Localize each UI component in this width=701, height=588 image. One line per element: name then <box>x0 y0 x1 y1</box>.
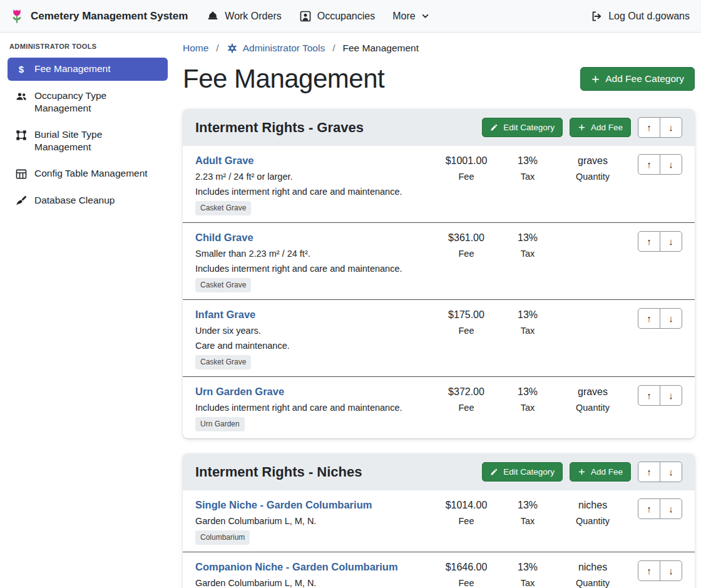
nav-work-orders[interactable]: Work Orders <box>207 10 281 23</box>
add-fee-label: Add Fee <box>591 123 623 132</box>
fee-name-link[interactable]: Adult Grave <box>195 154 427 167</box>
add-fee-button[interactable]: Add Fee <box>570 462 631 482</box>
move-fee-up-button[interactable]: ↑ <box>638 498 660 519</box>
fee-name-link[interactable]: Infant Grave <box>195 308 427 321</box>
fee-row: Urn Garden Grave Includes interment righ… <box>183 377 695 438</box>
sidebar-item-fee-management[interactable]: $ Fee Management <box>8 58 168 81</box>
quantity-column: graves Quantity <box>556 385 629 414</box>
fee-label: Fee <box>434 247 499 260</box>
dollar-icon: $ <box>15 63 28 76</box>
nav-more-label: More <box>392 11 415 22</box>
admin-sidebar: ADMINISTRATOR TOOLS $ Fee Management Occ… <box>0 33 175 216</box>
fee-amount: $1014.00 <box>434 498 499 512</box>
sidebar-item-label: Burial Site Type Management <box>34 128 160 153</box>
move-fee-up-button[interactable]: ↑ <box>638 560 660 581</box>
fee-description: Garden Columbarium L, M, N. <box>195 515 427 527</box>
main-content: Home / Administrator Tools / Fee Managem… <box>175 33 701 588</box>
breadcrumb-admin-tools-link[interactable]: Administrator Tools <box>227 43 325 54</box>
fee-category-card-niches: Interment Rights - Niches Edit Category … <box>183 453 695 588</box>
fee-amount-column: $1646.00 Fee <box>434 560 499 588</box>
breadcrumb-admin-tools-label: Administrator Tools <box>243 43 325 54</box>
edit-category-label: Edit Category <box>503 123 555 132</box>
navbar-links: Work Orders Occupancies More <box>207 10 429 23</box>
top-navbar: Cemetery Management System Work Orders <box>0 0 701 33</box>
move-fee-up-button[interactable]: ↑ <box>638 308 660 329</box>
fee-amount: $1001.00 <box>434 154 499 167</box>
fee-type-badge: Columbarium <box>195 530 250 545</box>
app-brand[interactable]: Cemetery Management System <box>9 8 188 24</box>
plus-icon <box>578 123 586 132</box>
move-fee-up-button[interactable]: ↑ <box>638 385 660 406</box>
quantity-label: Quantity <box>556 170 629 183</box>
page-header: Fee Management Add Fee Category <box>183 64 695 94</box>
move-fee-down-button[interactable]: ↓ <box>660 498 682 519</box>
fee-amount-column: $361.00 Fee <box>434 231 499 260</box>
fee-description: Includes interment right and care and ma… <box>195 401 427 414</box>
move-fee-down-button[interactable]: ↓ <box>660 385 682 406</box>
move-fee-down-button[interactable]: ↓ <box>660 560 682 581</box>
tax-value: 13% <box>499 154 556 167</box>
tax-column: 13% Tax <box>499 385 556 414</box>
sidebar-item-config-table[interactable]: Config Table Management <box>8 162 168 185</box>
category-reorder-buttons: ↑ ↓ <box>638 462 682 482</box>
add-fee-button[interactable]: Add Fee <box>570 118 631 137</box>
logout-icon <box>590 10 603 23</box>
table-icon <box>15 168 28 180</box>
category-title: Interment Rights - Graves <box>195 120 475 136</box>
fee-row: Companion Niche - Garden Columbarium Gar… <box>183 552 695 588</box>
people-icon <box>15 90 28 103</box>
move-category-up-button[interactable]: ↑ <box>638 462 660 482</box>
sidebar-item-burial-site-type[interactable]: Burial Site Type Management <box>8 123 168 158</box>
move-fee-down-button[interactable]: ↓ <box>660 154 682 175</box>
move-fee-down-button[interactable]: ↓ <box>660 231 682 252</box>
sidebar-item-occupancy-type[interactable]: Occupancy Type Management <box>8 85 168 120</box>
tax-column: 13% Tax <box>499 231 556 260</box>
fee-type-badge: Urn Garden <box>195 417 245 431</box>
move-fee-down-button[interactable]: ↓ <box>660 308 682 329</box>
tax-value: 13% <box>499 385 556 398</box>
tax-value: 13% <box>499 498 556 512</box>
fee-amount-column: $1014.00 Fee <box>434 498 499 527</box>
tax-column: 13% Tax <box>499 498 556 527</box>
quantity-column: niches Quantity <box>556 498 629 527</box>
sidebar-item-label: Occupancy Type Management <box>34 90 160 115</box>
breadcrumb: Home / Administrator Tools / Fee Managem… <box>183 33 695 54</box>
edit-category-button[interactable]: Edit Category <box>482 118 563 137</box>
tulip-logo-icon <box>9 8 25 24</box>
fee-name-link[interactable]: Child Grave <box>195 231 427 244</box>
fee-label: Fee <box>434 577 499 588</box>
fee-type-badge: Casket Grave <box>195 278 251 292</box>
nav-occupancies[interactable]: Occupancies <box>299 10 376 23</box>
quantity-label: Quantity <box>556 515 629 527</box>
vector-square-icon <box>15 129 28 142</box>
move-category-down-button[interactable]: ↓ <box>660 117 682 138</box>
sidebar-item-database-cleanup[interactable]: Database Cleanup <box>8 189 168 212</box>
fee-description: 2.23 m² / 24 ft² or larger. <box>195 170 427 183</box>
broom-icon <box>15 195 28 207</box>
nav-work-orders-label: Work Orders <box>225 11 281 22</box>
fee-name-link[interactable]: Companion Niche - Garden Columbarium <box>195 560 427 574</box>
fee-description: Smaller than 2.23 m² / 24 ft². <box>195 247 427 260</box>
quantity-label: Quantity <box>556 401 629 414</box>
tax-label: Tax <box>499 247 556 260</box>
plus-icon <box>578 468 586 476</box>
tax-label: Tax <box>499 515 556 527</box>
move-category-up-button[interactable]: ↑ <box>638 117 660 138</box>
move-fee-up-button[interactable]: ↑ <box>638 231 660 252</box>
fee-row: Child Grave Smaller than 2.23 m² / 24 ft… <box>183 223 695 300</box>
category-header: Interment Rights - Niches Edit Category … <box>183 453 695 490</box>
fee-amount-column: $372.00 Fee <box>434 385 499 414</box>
breadcrumb-home-link[interactable]: Home <box>183 43 208 54</box>
edit-category-button[interactable]: Edit Category <box>482 462 563 482</box>
logout-button[interactable]: Log Out d.gowans <box>590 10 690 23</box>
add-fee-category-button[interactable]: Add Fee Category <box>580 67 695 91</box>
fee-name-link[interactable]: Single Niche - Garden Columbarium <box>195 498 427 512</box>
fee-reorder-buttons: ↑ ↓ <box>638 385 682 406</box>
nav-more[interactable]: More <box>392 11 429 22</box>
fee-name-link[interactable]: Urn Garden Grave <box>195 385 427 398</box>
fee-type-badge: Casket Grave <box>195 201 251 215</box>
edit-category-label: Edit Category <box>503 467 555 477</box>
move-fee-up-button[interactable]: ↑ <box>638 154 660 175</box>
move-category-down-button[interactable]: ↓ <box>660 462 682 482</box>
fee-info: Adult Grave 2.23 m² / 24 ft² or larger. … <box>195 154 434 215</box>
